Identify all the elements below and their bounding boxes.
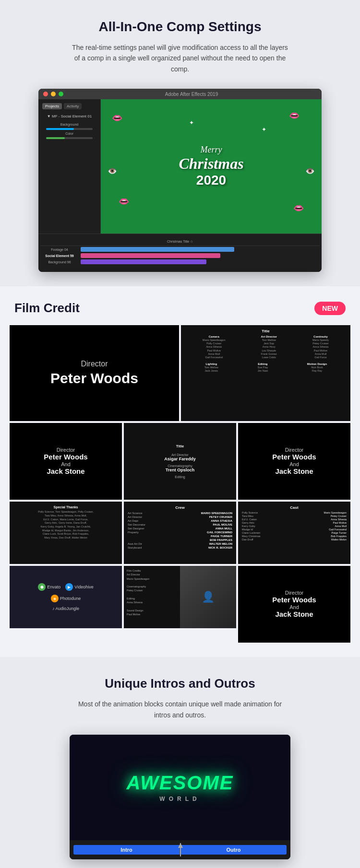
ae-layer-social: Social Element 59: [40, 253, 320, 258]
small-and-2: And: [289, 461, 299, 467]
ae-sidebar: Projects Activity ▼ MF - Social Element …: [38, 99, 101, 234]
window-close-dot: [43, 92, 48, 96]
special-thanks-names: Polly Science, Tom Speedwagon, Polly Cru…: [13, 510, 118, 540]
ae-preview-year: 2020: [179, 173, 243, 188]
timeline-intro[interactable]: Intro: [73, 845, 180, 855]
ae-title: Adobe After Effects 2019: [66, 92, 317, 97]
window-maximize-dot: [59, 92, 63, 96]
logo-photodune: ◈ Photodune: [51, 595, 81, 602]
section1-title: All-In-One Comp Settings: [29, 19, 331, 35]
ae-body: Projects Activity ▼ MF - Social Element …: [38, 99, 322, 234]
ae-layer-footage: Footage 04: [40, 247, 320, 252]
section3-title: Unique Intros and Outros: [19, 676, 341, 691]
ae-slider-2[interactable]: [46, 137, 93, 139]
film-grid-row4: ⬣ Envato ▶ Videohive ◈ Photodune ♪ Audio…: [10, 566, 350, 643]
bottom-director-name2: Jack Stone: [275, 610, 313, 619]
ae-property-color: Color: [46, 132, 93, 135]
cast-title: Cast: [242, 505, 347, 510]
activity-tab[interactable]: Activity: [64, 103, 82, 109]
small-director-label-1: Director: [57, 447, 75, 453]
new-badge: NEW: [314, 302, 346, 315]
film-credit-title: Film Credit: [14, 301, 80, 316]
section-film-credit: Film Credit NEW Director Peter Woods Tit…: [0, 286, 360, 657]
preview-special-thanks: Special Thanks Polly Science, Tom Speedw…: [10, 502, 122, 564]
bottom-director-name1: Peter Woods: [272, 596, 316, 604]
logo-audiojungle: ♪ AudioJungle: [52, 606, 79, 611]
art-director-name: Asigar Fareddy: [128, 457, 232, 461]
timeline-outro[interactable]: Outro: [180, 845, 287, 855]
logo-videohive: ▶ Videohive: [65, 583, 93, 591]
awesome-mockup: AWESOME WORLD Intro Outro: [70, 735, 290, 859]
timeline-playhead: [180, 843, 181, 856]
ae-slider-1[interactable]: [46, 128, 93, 130]
preview-director-small-2: Director Peter Woods And Jack Stone: [238, 423, 350, 500]
crew-title: Crew: [128, 505, 232, 510]
ae-property-background: Background: [46, 123, 93, 126]
ae-preview: 👄 👄 ✦ ✦ 👄 👄 👁️ 👁️ Merry Christmas 2020: [101, 99, 322, 234]
preview-director-small-1: Director Peter Woods And Jack Stone: [10, 423, 122, 500]
editing-label: Editing: [128, 475, 232, 479]
ae-preview-content: Merry Christmas 2020: [179, 145, 243, 188]
awesome-subtitle: WORLD: [159, 796, 200, 802]
section3-description: Most of the animation blocks contain uni…: [74, 699, 286, 720]
preview-title-card-2: Title Art Director Asigar Fareddy Cinema…: [124, 423, 236, 500]
cinematography-name: Trent Opsloch: [128, 468, 232, 472]
title-card-header: Title: [185, 329, 347, 333]
film-grid-row1: Director Peter Woods Title Camera Mario …: [10, 325, 350, 421]
scrolling-credits: Film Credits Art Director Mario Speedwag…: [124, 566, 180, 628]
preview-crew: Crew Art Science MARIO SPEEDWAGON Art Di…: [124, 502, 236, 564]
ae-titlebar: Adobe After Effects 2019: [38, 89, 322, 99]
film-grid-row2: Director Peter Woods And Jack Stone Titl…: [10, 423, 350, 500]
cinematography-label: Cinematography: [128, 464, 232, 468]
preview-scrolling-with-photo: Film Credits Art Director Mario Speedwag…: [124, 566, 236, 628]
ae-mockup: Adobe After Effects 2019 Projects Activi…: [38, 89, 322, 272]
awesome-screen: AWESOME WORLD: [70, 735, 290, 840]
ae-preview-merry: Merry: [179, 145, 243, 155]
art-director-label: Art Director: [128, 453, 232, 457]
section-intros-outros: Unique Intros and Outros Most of the ani…: [0, 657, 360, 868]
small-director-name2-1: Jack Stone: [47, 467, 84, 476]
preview-director-bottom: Director Peter Woods And Jack Stone: [238, 566, 350, 643]
ae-timeline: Christmas Title ☆ Footage 04 Social Elem…: [38, 234, 322, 272]
director-label-large: Director: [81, 360, 108, 368]
ae-preview-christmas: Christmas: [179, 155, 243, 173]
awesome-title: AWESOME: [127, 772, 234, 794]
small-director-label-2: Director: [285, 447, 304, 453]
preview-director-large: Director Peter Woods: [10, 325, 179, 421]
film-credit-header: Film Credit NEW: [10, 301, 350, 316]
ae-tabs: Projects Activity: [42, 103, 96, 109]
bottom-and: And: [289, 604, 299, 610]
section-comp-settings: All-In-One Comp Settings The real-time s…: [0, 0, 360, 286]
preview-credit-logos: ⬣ Envato ▶ Videohive ◈ Photodune ♪ Audio…: [10, 566, 122, 628]
photo-preview: 👤: [180, 566, 236, 628]
bottom-director-label: Director: [285, 590, 304, 596]
section1-description: The real-time settings panel will give m…: [70, 42, 290, 74]
projects-tab[interactable]: Projects: [42, 103, 62, 109]
preview-cast: Cast Polly ScienceMario Speedwagon Tara …: [238, 502, 350, 564]
ae-layer-background: Background 96: [40, 259, 320, 264]
preview-title-card: Title Camera Mario SpeedwagonPolly Cruis…: [181, 325, 350, 421]
photo-side: Film Credits Art Director Mario Speedwag…: [124, 566, 180, 628]
small-director-name2-2: Jack Stone: [275, 467, 313, 476]
ae-project-item: ▼ MF - Social Element 01: [42, 113, 96, 119]
window-minimize-dot: [51, 92, 56, 96]
special-thanks-title: Special Thanks: [13, 505, 118, 509]
small-director-name1-2: Peter Woods: [272, 453, 316, 461]
small-and-1: And: [61, 461, 71, 467]
title-card-2-header: Title: [128, 444, 232, 448]
film-grid-row3: Special Thanks Polly Science, Tom Speedw…: [10, 502, 350, 564]
logo-envato: ⬣ Envato: [38, 583, 60, 591]
small-director-name1-1: Peter Woods: [44, 453, 87, 461]
awesome-timeline: Intro Outro: [70, 840, 290, 859]
timeline-track: Intro Outro: [73, 845, 287, 855]
director-name-large: Peter Woods: [50, 370, 138, 387]
